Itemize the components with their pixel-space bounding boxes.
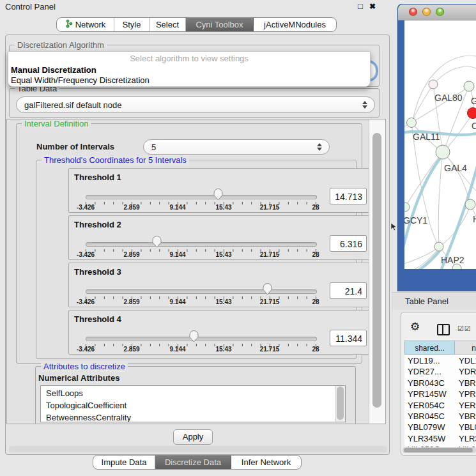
settings-vertical-scrollbar[interactable] bbox=[369, 119, 386, 424]
dropdown-placeholder[interactable]: Select algorithm to view settings bbox=[8, 54, 370, 63]
table-rows[interactable]: YDL19...YDL1YDR27...YDR2YBR043CYBR0YPR14… bbox=[404, 355, 476, 447]
network-node[interactable] bbox=[434, 242, 443, 251]
slider-track[interactable] bbox=[86, 242, 317, 247]
table-hscrollbar-thumb[interactable] bbox=[404, 448, 473, 452]
column-header-shared-name[interactable]: shared... bbox=[404, 341, 455, 355]
table-cell-name[interactable]: YBR0 bbox=[459, 411, 476, 421]
network-node[interactable] bbox=[429, 80, 438, 89]
column-header-name[interactable]: n bbox=[455, 341, 476, 355]
tick-label: 2.859 bbox=[114, 346, 150, 353]
table-horizontal-scrollbar[interactable] bbox=[403, 447, 476, 453]
network-view-window: GAL80GCGAL11GAL4HGCY1HAP2 bbox=[397, 4, 476, 291]
dropdown-item-equal-width[interactable]: Equal Width/Frequency Discretization bbox=[11, 75, 150, 85]
threshold-value-field[interactable]: 14.713 bbox=[330, 188, 367, 204]
tab-impute-data[interactable]: Impute Data bbox=[93, 456, 155, 469]
tab-style[interactable]: Style bbox=[114, 18, 150, 31]
network-node[interactable] bbox=[465, 199, 475, 210]
slider-thumb[interactable] bbox=[152, 236, 162, 248]
tick-label: -3.426 bbox=[68, 298, 104, 305]
table-cell-name[interactable]: YPR1 bbox=[459, 389, 476, 399]
attribute-item-betweennesscentrality[interactable]: BetweennessCentrality bbox=[46, 411, 131, 422]
network-node[interactable] bbox=[468, 108, 476, 119]
table-cell-name[interactable]: YBR0 bbox=[459, 378, 476, 388]
table-cell-shared-name[interactable]: YBL079W bbox=[408, 422, 445, 432]
table-cell-shared-name[interactable]: YDL19... bbox=[408, 356, 440, 365]
threshold-4-box: Threshold 4-3.4262.8599.14415.4321.71528… bbox=[68, 310, 383, 355]
table-data-combo[interactable]: galFiltered.sif default node bbox=[16, 96, 375, 113]
network-node-label: H bbox=[473, 214, 476, 224]
network-node[interactable] bbox=[464, 81, 474, 91]
numerical-attributes-list[interactable]: SelfLoopsTopologicalCoefficientBetweenne… bbox=[40, 385, 346, 422]
close-traffic-light[interactable] bbox=[409, 8, 417, 16]
network-node[interactable] bbox=[404, 203, 410, 211]
network-window-titlebar[interactable] bbox=[398, 4, 476, 20]
threshold-value-field[interactable]: 21.4 bbox=[330, 282, 367, 299]
tick-label: 28 bbox=[298, 346, 334, 353]
slider-track[interactable] bbox=[86, 289, 317, 294]
attributes-list-scrollbar[interactable] bbox=[335, 386, 345, 422]
tick-label: 2.859 bbox=[114, 251, 150, 258]
table-cell-name[interactable]: YER0 bbox=[459, 401, 476, 410]
tick-label: 28 bbox=[298, 298, 334, 305]
minimize-traffic-light[interactable] bbox=[422, 8, 431, 16]
network-node-label: G bbox=[471, 96, 476, 106]
apply-button[interactable]: Apply bbox=[173, 429, 213, 445]
network-edge bbox=[405, 156, 440, 207]
top-tab-bar: NetworkStyleSelectCyni ToolboxjActiveMNo… bbox=[56, 17, 337, 32]
tab-select[interactable]: Select bbox=[150, 18, 186, 31]
float-icon[interactable]: □ bbox=[358, 1, 363, 11]
interval-definition-title: Interval Definition bbox=[22, 119, 91, 128]
tab-infer-network[interactable]: Infer Network bbox=[231, 456, 301, 469]
slider-track[interactable] bbox=[86, 337, 317, 341]
network-node[interactable] bbox=[436, 145, 450, 159]
close-icon[interactable]: ✖ bbox=[369, 2, 376, 11]
gear-icon[interactable]: ⚙ bbox=[410, 321, 420, 332]
table-cell-name[interactable]: YLR3 bbox=[459, 434, 476, 443]
table-data-group: Table Data galFiltered.sif default node bbox=[9, 88, 380, 118]
slider-thumb[interactable] bbox=[213, 188, 223, 201]
table-cell-shared-name[interactable]: YDR27... bbox=[408, 367, 441, 376]
tab-network[interactable]: Network bbox=[57, 18, 114, 31]
slider-track[interactable] bbox=[86, 195, 317, 199]
network-canvas[interactable]: GAL80GCGAL11GAL4HGCY1HAP2 bbox=[404, 20, 476, 269]
table-cell-shared-name[interactable]: YER054C bbox=[408, 401, 445, 410]
table-panel-title: Table Panel bbox=[405, 296, 449, 306]
threshold-value-field[interactable]: 6.316 bbox=[330, 235, 367, 252]
tick-label: 9.144 bbox=[160, 346, 196, 353]
table-cell-name[interactable]: YDL1 bbox=[459, 356, 476, 365]
control-panel-titlebar: Control Panel □ ✖ bbox=[0, 0, 395, 14]
tab-cyni-toolbox[interactable]: Cyni Toolbox bbox=[186, 18, 254, 31]
network-highlight-edge bbox=[441, 166, 476, 269]
slider-thumb[interactable] bbox=[263, 283, 272, 295]
network-edge bbox=[439, 206, 470, 247]
table-cell-name[interactable]: YBL0 bbox=[459, 422, 476, 432]
bottom-tab-bar: Impute DataDiscretize DataInfer Network bbox=[93, 455, 302, 470]
tab-discretize-data[interactable]: Discretize Data bbox=[155, 456, 231, 469]
threshold-value-field[interactable]: 11.344 bbox=[330, 330, 367, 346]
split-columns-icon[interactable] bbox=[437, 324, 450, 335]
table-cell-shared-name[interactable]: YLR345W bbox=[408, 434, 445, 443]
tab-label: Network bbox=[75, 20, 106, 29]
network-edge bbox=[445, 113, 473, 150]
network-node[interactable] bbox=[407, 118, 417, 128]
select-columns-icon[interactable]: ☑☑ bbox=[457, 325, 472, 333]
number-of-intervals-combo[interactable]: 5 bbox=[143, 139, 330, 155]
table-cell-name[interactable]: YDR2 bbox=[459, 367, 476, 376]
slider-thumb[interactable] bbox=[189, 330, 199, 342]
dropdown-item-manual-discretization[interactable]: Manual Discretization bbox=[11, 65, 96, 75]
table-cell-shared-name[interactable]: YBR043C bbox=[408, 378, 445, 388]
attribute-item-topologicalcoefficient[interactable]: TopologicalCoefficient bbox=[46, 399, 127, 411]
table-cell-shared-name[interactable]: YPR145W bbox=[408, 389, 447, 399]
attributes-scrollbar-thumb[interactable] bbox=[337, 387, 344, 420]
thresholds-group: Threshold's Coordinates for 5 Intervals … bbox=[36, 160, 357, 359]
settings-scrollbar-thumb[interactable] bbox=[372, 133, 381, 408]
attribute-item-selfloops[interactable]: SelfLoops bbox=[46, 387, 83, 399]
threshold-label: Threshold 4 bbox=[74, 314, 121, 324]
tick-label: -3.426 bbox=[68, 251, 104, 258]
network-edge bbox=[404, 248, 438, 265]
zoom-traffic-light[interactable] bbox=[436, 8, 444, 16]
table-cell-shared-name[interactable]: YBR045C bbox=[408, 411, 445, 421]
interval-definition-group: Interval Definition Number of Intervals … bbox=[16, 123, 362, 364]
tab-jactivemnodules[interactable]: jActiveMNodules bbox=[254, 18, 336, 31]
mouse-cursor bbox=[390, 222, 398, 231]
